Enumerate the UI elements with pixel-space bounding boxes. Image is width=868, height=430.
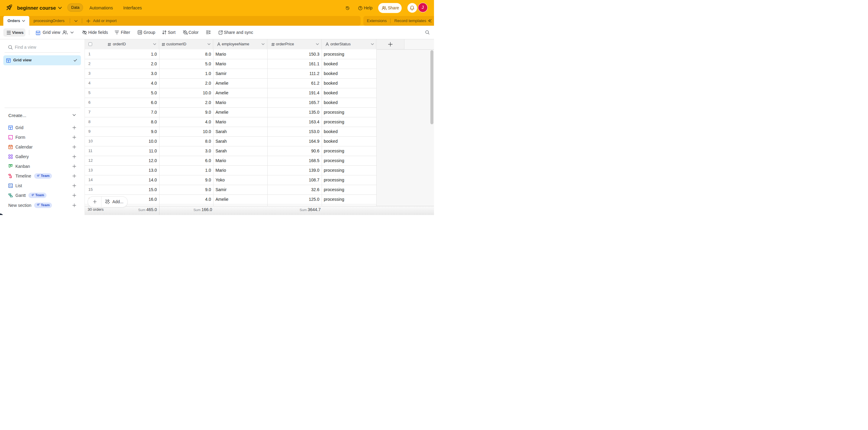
svg-text:31: 31: [9, 147, 11, 148]
